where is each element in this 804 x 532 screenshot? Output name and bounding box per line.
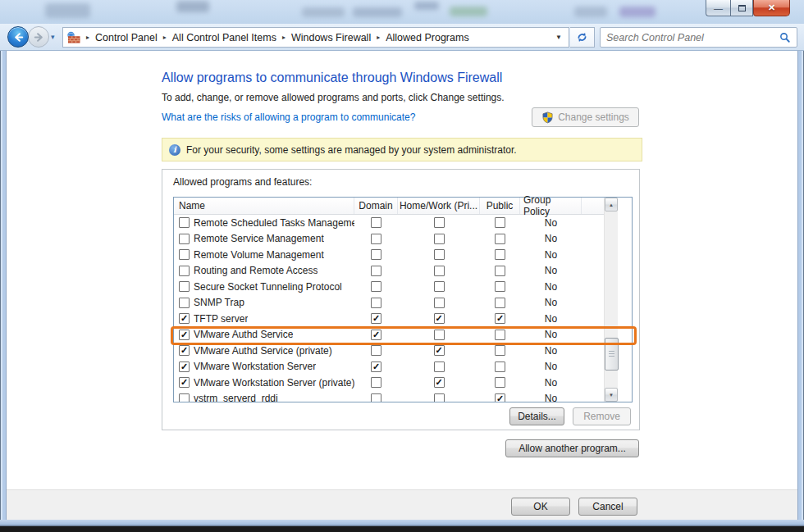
program-enabled-checkbox[interactable]	[179, 393, 190, 402]
homework-checkbox[interactable]	[434, 266, 445, 276]
forward-button[interactable]	[28, 26, 49, 48]
program-enabled-checkbox[interactable]	[179, 298, 190, 308]
back-button[interactable]	[7, 26, 29, 48]
column-header-public[interactable]: Public	[480, 198, 520, 214]
domain-checkbox[interactable]	[371, 377, 381, 388]
list-label: Allowed programs and features:	[173, 176, 312, 188]
window-border-right	[797, 51, 804, 526]
scroll-up-button[interactable]: ▲	[605, 198, 618, 211]
public-checkbox[interactable]	[495, 330, 505, 340]
table-row[interactable]: vstrm_serverd_rddi ✓ No	[174, 391, 604, 402]
homework-checkbox[interactable]	[434, 281, 445, 292]
table-row[interactable]: ✓ TFTP server ✓ ✓ ✓ No	[174, 311, 604, 327]
program-enabled-checkbox[interactable]	[179, 234, 190, 244]
details-button[interactable]: Details...	[509, 407, 564, 425]
table-row[interactable]: ✓ VMware Authd Service ✓ No	[174, 327, 604, 343]
public-checkbox[interactable]	[495, 266, 505, 276]
breadcrumb-item[interactable]: All Control Panel Items	[172, 32, 276, 43]
domain-checkbox[interactable]	[371, 266, 381, 276]
scrollbar-thumb[interactable]	[605, 338, 619, 371]
homework-checkbox[interactable]: ✓	[434, 345, 445, 356]
table-row[interactable]: Remote Service Management No	[174, 231, 604, 248]
background-app-blur	[302, 7, 345, 17]
homework-checkbox[interactable]	[434, 234, 445, 244]
public-checkbox[interactable]	[495, 281, 505, 292]
public-checkbox[interactable]: ✓	[495, 313, 505, 324]
scroll-down-button[interactable]: ▼	[605, 388, 618, 402]
address-dropdown-button[interactable]: ▼	[552, 34, 565, 41]
public-checkbox[interactable]	[495, 298, 505, 308]
homework-checkbox[interactable]	[434, 361, 445, 372]
domain-checkbox[interactable]	[371, 249, 381, 260]
program-enabled-checkbox[interactable]: ✓	[179, 330, 190, 340]
column-header-group-policy[interactable]: Group Policy	[520, 198, 582, 214]
domain-checkbox[interactable]: ✓	[371, 361, 381, 372]
program-enabled-checkbox[interactable]	[179, 249, 190, 260]
public-checkbox[interactable]	[495, 345, 505, 356]
domain-checkbox[interactable]	[371, 345, 381, 356]
crumb-separator-icon: ▸	[377, 34, 380, 41]
window-controls: — ✕	[706, 0, 790, 16]
notice-text: For your security, some settings are man…	[186, 144, 517, 156]
domain-checkbox[interactable]	[371, 281, 381, 292]
recent-pages-dropdown[interactable]: ▾	[51, 33, 55, 41]
table-row[interactable]: ✓ VMware Workstation Server (private) ✓ …	[174, 375, 604, 391]
homework-checkbox[interactable]	[434, 217, 445, 228]
public-checkbox[interactable]	[495, 249, 505, 260]
breadcrumb-item[interactable]: Control Panel	[95, 32, 158, 43]
column-header-domain[interactable]: Domain	[354, 198, 398, 214]
breadcrumb-item[interactable]: Allowed Programs	[386, 32, 468, 43]
search-input[interactable]	[606, 32, 779, 43]
search-box[interactable]	[600, 27, 797, 48]
minimize-button[interactable]: —	[706, 0, 730, 16]
domain-checkbox[interactable]	[371, 298, 381, 308]
close-button[interactable]: ✕	[753, 0, 790, 16]
table-row[interactable]: SNMP Trap No	[174, 295, 604, 311]
domain-checkbox[interactable]: ✓	[371, 313, 381, 324]
maximize-button[interactable]	[730, 0, 753, 16]
program-enabled-checkbox[interactable]	[179, 266, 190, 276]
change-settings-button[interactable]: Change settings	[532, 107, 639, 127]
public-checkbox[interactable]	[495, 217, 505, 228]
table-row[interactable]: Remote Volume Management No	[174, 247, 604, 263]
column-header-homework[interactable]: Home/Work (Pri...	[398, 198, 480, 214]
domain-checkbox[interactable]	[371, 393, 381, 402]
program-enabled-checkbox[interactable]: ✓	[179, 313, 190, 324]
public-checkbox[interactable]	[495, 377, 505, 388]
programs-list-main: Name Domain Home/Work (Pri... Public Gro…	[174, 198, 604, 402]
table-row[interactable]: Secure Socket Tunneling Protocol No	[174, 279, 604, 295]
domain-checkbox[interactable]	[371, 217, 381, 228]
program-enabled-checkbox[interactable]: ✓	[179, 361, 190, 372]
public-checkbox[interactable]	[495, 361, 505, 372]
table-row[interactable]: ✓ VMware Workstation Server ✓ No	[174, 359, 604, 375]
homework-checkbox[interactable]: ✓	[434, 377, 445, 388]
homework-checkbox[interactable]	[434, 249, 445, 260]
public-checkbox[interactable]: ✓	[495, 393, 505, 402]
program-enabled-checkbox[interactable]	[179, 217, 190, 228]
ok-button[interactable]: OK	[511, 498, 570, 516]
homework-checkbox[interactable]: ✓	[434, 313, 445, 324]
remove-button[interactable]: Remove	[573, 407, 631, 425]
table-row[interactable]: ✓ VMware Authd Service (private) ✓ No	[174, 343, 604, 359]
group-policy-value: No	[520, 329, 582, 340]
risks-link[interactable]: What are the risks of allowing a program…	[162, 111, 415, 123]
group-policy-value: No	[520, 265, 582, 276]
breadcrumb-item[interactable]: Windows Firewall	[291, 32, 371, 43]
column-header-name[interactable]: Name	[174, 198, 354, 214]
table-row[interactable]: Remote Scheduled Tasks Management No	[174, 215, 604, 231]
program-enabled-checkbox[interactable]: ✓	[179, 377, 190, 388]
refresh-button[interactable]	[570, 27, 595, 48]
vertical-scrollbar[interactable]: ▲ ▼	[604, 198, 618, 402]
program-enabled-checkbox[interactable]: ✓	[179, 345, 190, 356]
program-enabled-checkbox[interactable]	[179, 281, 190, 292]
table-row[interactable]: Routing and Remote Access No	[174, 263, 604, 280]
allow-another-program-button[interactable]: Allow another program...	[505, 439, 639, 457]
homework-checkbox[interactable]	[434, 393, 445, 402]
address-bar[interactable]: ▸Control Panel▸All Control Panel Items▸W…	[62, 27, 569, 48]
public-checkbox[interactable]	[495, 234, 505, 244]
homework-checkbox[interactable]	[434, 298, 445, 308]
homework-checkbox[interactable]	[434, 330, 445, 340]
domain-checkbox[interactable]: ✓	[371, 330, 381, 340]
domain-checkbox[interactable]	[371, 234, 381, 244]
cancel-button[interactable]: Cancel	[578, 498, 637, 516]
